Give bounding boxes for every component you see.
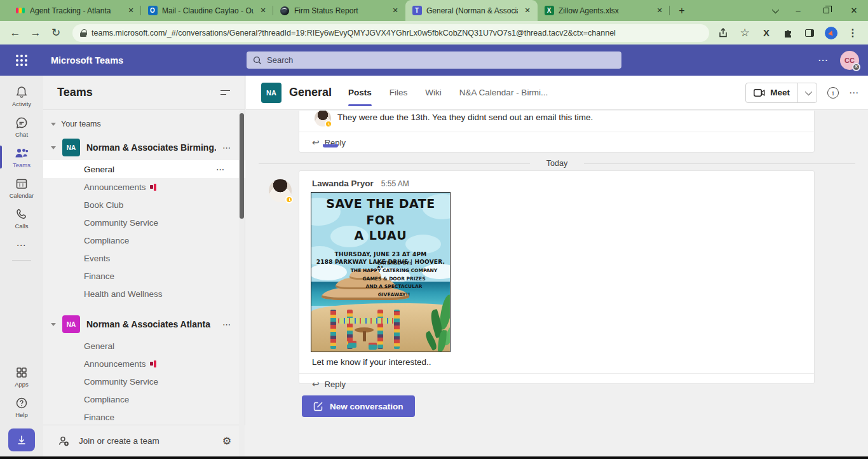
channel-community-service-atlanta[interactable]: Community Service (43, 373, 245, 390)
filter-icon[interactable] (220, 89, 231, 97)
rail-item-help[interactable]: Help (0, 392, 43, 422)
team-row-birmingham[interactable]: NA Norman & Associates Birming... ⋯ (43, 135, 245, 160)
tab-close-icon[interactable]: ✕ (126, 6, 136, 16)
tab-firm-status[interactable]: Firm Status Report ✕ (273, 0, 405, 21)
tab-close-icon[interactable]: ✕ (654, 6, 665, 16)
channel-finance-atlanta[interactable]: Finance (43, 408, 245, 425)
refresh-icon[interactable]: ↻ (47, 24, 65, 42)
excel-icon: X (544, 6, 554, 16)
tab-zillow-agents[interactable]: X Zillow Agents.xlsx ✕ (538, 0, 670, 21)
teams-people-icon (14, 146, 29, 160)
tab-close-icon[interactable]: ✕ (522, 6, 532, 16)
back-icon[interactable]: ← (6, 24, 24, 42)
team-avatar: NA (62, 315, 80, 333)
chevron-down-icon (51, 123, 56, 126)
search-input[interactable]: Search (247, 51, 621, 69)
channel-book-club[interactable]: Book Club (43, 196, 245, 214)
bookmark-star-icon[interactable]: ☆ (738, 27, 751, 39)
tab-close-icon[interactable]: ✕ (258, 6, 268, 16)
new-conversation-button[interactable]: New conversation (302, 395, 415, 417)
tab-agent-tracking[interactable]: Agent Tracking - Atlanta ✕ (9, 0, 141, 21)
user-avatar[interactable]: CC ✕ (840, 51, 859, 70)
apps-icon (15, 366, 29, 380)
sidebar-scrollbar[interactable] (239, 111, 245, 456)
extensions-puzzle-icon[interactable] (782, 27, 794, 39)
tab-search-chevron-icon[interactable] (765, 0, 784, 21)
address-bar[interactable]: teams.microsoft.com/_#/conversations/Gen… (72, 24, 709, 42)
tab-close-icon[interactable]: ✕ (390, 6, 400, 16)
channel-announcements-atlanta[interactable]: Announcements (43, 355, 245, 373)
lock-icon[interactable] (80, 29, 86, 37)
browser-profile-avatar[interactable] (825, 27, 837, 39)
status-away-icon (325, 120, 332, 128)
channel-community-service-birmingham[interactable]: Community Service (43, 214, 245, 231)
rail-item-teams[interactable]: Teams (0, 142, 43, 172)
rail-item-activity[interactable]: Activity (0, 81, 43, 111)
luau-poster-image[interactable]: SAVE THE DATE FOR A LUAU THURSDAY, JUNE … (311, 192, 451, 352)
side-panel-icon[interactable] (803, 27, 816, 39)
channel-events[interactable]: Events (43, 249, 245, 267)
reply-button[interactable]: ↩ Reply (299, 132, 814, 153)
avatar (269, 179, 292, 202)
restore-button[interactable] (812, 0, 840, 21)
x-extension-icon[interactable]: X (760, 27, 773, 39)
channel-compliance-atlanta[interactable]: Compliance (43, 390, 245, 408)
channel-avatar: NA (261, 83, 281, 103)
your-teams-toggle[interactable]: Your teams (43, 111, 245, 135)
rail-item-chat[interactable]: Chat (0, 111, 43, 142)
reply-arrow-icon: ↩ (312, 379, 320, 389)
tab-teams-general[interactable]: T General (Norman & Associat ✕ (405, 0, 538, 21)
your-teams-label: Your teams (61, 120, 101, 128)
team-row-atlanta[interactable]: NA Norman & Associates Atlanta ⋯ (43, 312, 245, 337)
url-text[interactable]: teams.microsoft.com/_#/conversations/Gen… (92, 29, 616, 38)
team-avatar: NA (62, 139, 80, 156)
tab-wiki[interactable]: Wiki (425, 76, 442, 110)
tab-calendar[interactable]: N&A Calendar - Birmi... (459, 76, 548, 110)
browser-menu-icon[interactable]: ⋮ (846, 27, 859, 39)
meet-dropdown[interactable] (797, 83, 817, 102)
app-title: Microsoft Teams (51, 55, 123, 65)
channel-more-icon[interactable]: ⋯ (849, 87, 859, 99)
thread-card: Lawanda Pryor 5:55 AM SAVE THE DATE FOR … (299, 170, 815, 384)
forward-icon[interactable]: → (27, 24, 44, 42)
minimize-button[interactable]: – (784, 0, 812, 21)
channel-general-atlanta[interactable]: General (43, 337, 245, 355)
close-window-button[interactable]: ✕ (840, 0, 868, 21)
search-icon (253, 56, 262, 65)
calendar-icon (15, 177, 29, 191)
channel-finance-birmingham[interactable]: Finance (43, 267, 245, 285)
channel-compliance-birmingham[interactable]: Compliance (43, 231, 245, 249)
channel-general-birmingham[interactable]: General ⋯ (43, 160, 245, 178)
meet-button[interactable]: Meet (745, 83, 817, 103)
rail-more-icon[interactable]: ⋯ (17, 233, 27, 254)
tab-title: Zillow Agents.xlsx (559, 6, 650, 15)
team-more-icon[interactable]: ⋯ (222, 320, 238, 329)
rail-item-calendar[interactable]: Calendar (0, 172, 43, 203)
channel-announcements-birmingham[interactable]: Announcements (43, 178, 245, 196)
rail-divider (12, 260, 31, 261)
download-desktop-app-button[interactable] (8, 428, 35, 451)
channel-main: NA General Posts Files Wiki N&A Calendar… (246, 76, 868, 456)
reply-button[interactable]: ↩ Reply (299, 373, 814, 395)
new-tab-button[interactable]: + (674, 3, 690, 19)
channel-more-icon[interactable]: ⋯ (216, 165, 231, 174)
waffle-icon[interactable] (0, 55, 43, 66)
tab-posts[interactable]: Posts (348, 76, 372, 110)
info-icon[interactable]: i (827, 87, 839, 99)
rail-item-calls[interactable]: Calls (0, 203, 43, 233)
megaphone-icon (150, 360, 158, 367)
avatar (315, 111, 331, 127)
rail-label: Activity (12, 100, 31, 107)
tab-outlook-mail[interactable]: O Mail - Claudine Caylao - Outl ✕ (141, 0, 273, 21)
date-divider-label: Today (546, 159, 567, 168)
gear-icon[interactable]: ⚙ (222, 435, 231, 447)
join-or-create-team[interactable]: Join or create a team ⚙ (43, 425, 245, 456)
channel-health-and-wellness[interactable]: Health and Wellness (43, 285, 245, 303)
scrollbar-thumb[interactable] (240, 113, 244, 219)
team-more-icon[interactable]: ⋯ (222, 143, 238, 153)
header-more-icon[interactable]: ⋯ (818, 54, 829, 66)
share-icon[interactable] (717, 27, 729, 39)
rail-item-apps[interactable]: Apps (0, 361, 43, 392)
tab-title: Firm Status Report (294, 6, 386, 15)
tab-files[interactable]: Files (390, 76, 408, 110)
